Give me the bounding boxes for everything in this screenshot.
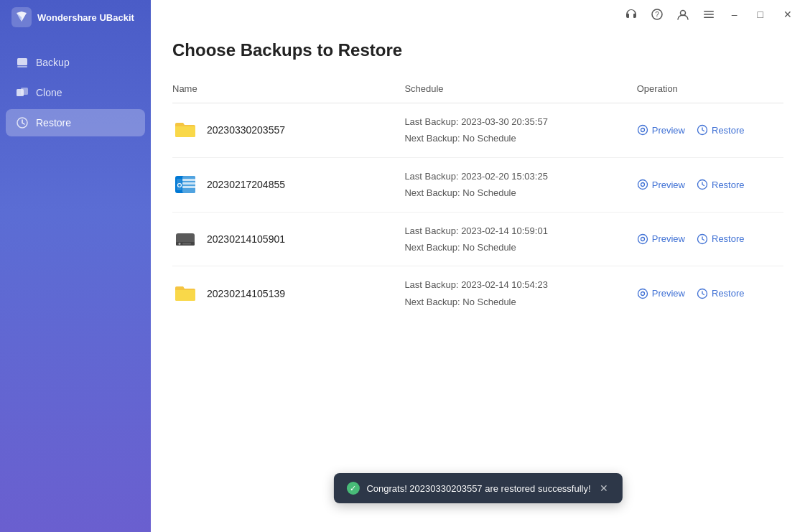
svg-point-23 [641,183,644,187]
schedule-cell: Last Backup: 2023-02-20 15:03:25 Next Ba… [404,168,636,202]
next-backup: Next Backup: No Schedule [404,239,636,256]
backup-name: 20230330203557 [207,124,285,136]
preview-button[interactable]: Preview [637,233,685,245]
backup-icon [16,56,29,69]
app-title: Wondershare UBackit [37,12,134,23]
svg-point-13 [641,129,644,132]
page-title: Choose Backups to Restore [172,40,783,60]
restore-op-icon [697,179,708,190]
page-content: Choose Backups to Restore Name Schedule … [151,29,805,532]
col-header-operation: Operation [637,78,783,103]
preview-icon [637,124,648,136]
restore-icon [16,116,29,129]
restore-button[interactable]: Restore [697,179,745,190]
sidebar-nav: Backup Clone Restore [0,49,151,136]
folder-icon [172,117,198,143]
backup-name: 20230214105139 [207,288,285,299]
svg-rect-28 [182,243,191,244]
sidebar-item-restore-label: Restore [36,117,71,129]
svg-point-32 [638,289,647,298]
name-cell: 20230214105139 [172,281,404,307]
ops-cell: Preview Restore [637,288,783,299]
sidebar-item-clone[interactable]: Clone [6,79,145,106]
sidebar: Wondershare UBackit Backup Clone Restor [0,0,151,532]
table-row: 20230330203557 Last Backup: 2023-03-30 2… [172,103,783,158]
svg-rect-11 [704,17,714,19]
backup-table: Name Schedule Operation 20230330203557 [172,78,783,320]
svg-point-22 [638,180,647,190]
table-row: O 20230217204855 Last Backup: 2023-02-20… [172,157,783,212]
sidebar-item-backup[interactable]: Backup [6,49,145,76]
svg-rect-18 [182,182,195,185]
restore-button[interactable]: Restore [697,233,745,245]
svg-point-27 [179,243,181,245]
svg-rect-17 [182,179,195,181]
folder-icon [172,281,198,307]
restore-op-icon [697,124,708,136]
svg-point-33 [641,291,644,295]
next-backup: Next Backup: No Schedule [404,130,636,146]
preview-button[interactable]: Preview [637,124,685,136]
name-cell: 20230214105901 [172,226,404,252]
preview-icon [637,179,648,190]
preview-button[interactable]: Preview [637,179,685,190]
ops-cell: Preview Restore [637,233,783,245]
close-button[interactable]: ✕ [779,7,796,22]
toast-check-icon: ✓ [346,482,359,495]
app-logo [11,7,32,27]
schedule-cell: Last Backup: 2023-02-14 10:59:01 Next Ba… [404,223,636,256]
toast-close-button[interactable]: ✕ [598,482,610,494]
preview-icon [637,233,648,245]
schedule-cell: Last Backup: 2023-03-30 20:35:57 Next Ba… [404,113,636,147]
sidebar-item-clone-label: Clone [36,87,62,98]
ops-cell: Preview Restore [637,179,783,190]
restore-button[interactable]: Restore [697,124,745,136]
svg-rect-4 [21,88,28,95]
toast-message: Congrats! 20230330203557 are restored su… [366,483,590,494]
outlook-icon: O [172,172,198,197]
restore-button[interactable]: Restore [697,288,745,299]
headset-icon[interactable] [624,7,638,22]
name-cell: O 20230217204855 [172,172,404,197]
maximize-button[interactable]: □ [753,7,768,22]
app-header: Wondershare UBackit [0,0,151,34]
toast-notification: ✓ Congrats! 20230330203557 are restored … [333,473,622,503]
main-area: ? – □ ✕ Choose Backups to Restore [151,0,805,532]
next-backup: Next Backup: No Schedule [404,185,636,201]
preview-button[interactable]: Preview [637,288,685,299]
col-header-name: Name [172,78,404,103]
sidebar-item-restore[interactable]: Restore [6,109,145,136]
menu-icon[interactable] [702,7,716,22]
svg-rect-9 [704,11,714,12]
svg-point-12 [638,126,647,135]
backup-name: 20230217204855 [207,179,285,190]
backup-name: 20230214105901 [207,233,285,245]
svg-text:?: ? [655,11,659,19]
last-backup: Last Backup: 2023-02-14 10:54:23 [404,276,636,293]
svg-point-29 [638,234,647,243]
col-header-schedule: Schedule [404,78,636,103]
table-row: 20230214105139 Last Backup: 2023-02-14 1… [172,266,783,320]
sidebar-item-backup-label: Backup [36,57,70,68]
restore-op-icon [697,233,708,245]
next-backup: Next Backup: No Schedule [404,294,636,310]
svg-rect-2 [17,66,27,67]
restore-op-icon [697,288,708,299]
last-backup: Last Backup: 2023-02-14 10:59:01 [404,223,636,239]
table-row: 20230214105901 Last Backup: 2023-02-14 1… [172,212,783,266]
preview-icon [637,288,648,299]
help-icon[interactable]: ? [650,7,664,22]
svg-text:O: O [177,182,182,189]
svg-rect-19 [182,186,195,188]
svg-rect-10 [704,14,714,15]
user-icon[interactable] [676,7,690,22]
titlebar: ? – □ ✕ [151,0,805,29]
drive-icon [172,226,198,252]
last-backup: Last Backup: 2023-03-30 20:35:57 [404,113,636,130]
schedule-cell: Last Backup: 2023-02-14 10:54:23 Next Ba… [404,276,636,310]
last-backup: Last Backup: 2023-02-20 15:03:25 [404,168,636,185]
minimize-button[interactable]: – [727,7,742,22]
svg-rect-1 [17,58,27,65]
clone-icon [16,86,29,99]
svg-point-30 [641,237,644,241]
